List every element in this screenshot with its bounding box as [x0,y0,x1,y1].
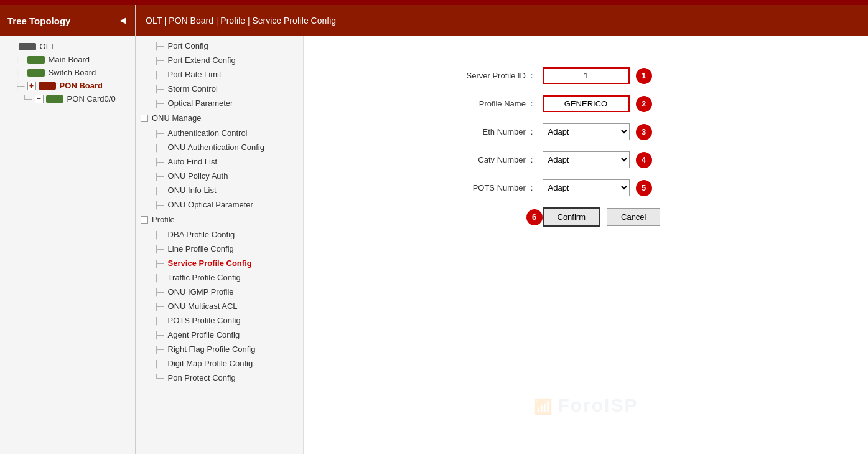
tree-item-switch-board[interactable]: ├─ Switch Board [0,66,135,79]
pots-number-select[interactable]: Adapt 0 1 2 4 [543,179,630,196]
nav-item-digit-map-profile-config[interactable]: Digit Map Profile Config [136,356,303,371]
nav-item-port-extend-config[interactable]: Port Extend Config [136,53,303,67]
olt-label: OLT [40,42,55,51]
step-badge-6: 6 [526,209,543,225]
nav-item-port-config[interactable]: Port Config [136,39,303,53]
sidebar-title: Tree Topology [7,16,70,26]
breadcrumb: OLT | PON Board | Profile | Service Prof… [146,16,336,26]
nav-label-port-config: Port Config [168,41,208,50]
onu-manage-checkbox[interactable] [141,115,148,122]
step-badge-3: 3 [636,124,652,140]
nav-label-onu-multicast-acl: ONU Multicast ACL [168,301,238,311]
sidebar-toggle-button[interactable]: ◄ [118,15,128,26]
nav-label-optical-parameter: Optical Parameter [168,98,233,108]
nav-item-right-flag-profile-config[interactable]: Right Flag Profile Config [136,342,303,356]
form-buttons-row: 6 Confirm Cancel [543,207,742,227]
nav-item-onu-info-list[interactable]: ONU Info List [136,183,303,197]
nav-item-onu-policy-auth[interactable]: ONU Policy Auth [136,169,303,183]
nav-item-authentication-control[interactable]: Authentication Control [136,126,303,140]
nav-item-storm-control[interactable]: Storm Control [136,82,303,96]
main-board-icon [27,56,45,64]
eth-number-select[interactable]: Adapt 0 1 2 3 4 [543,123,630,140]
catv-number-select[interactable]: Adapt 0 1 [543,151,630,168]
nav-label-pon-protect-config: Pon Protect Config [168,373,236,382]
profile-name-label: Profile Name ： [431,98,543,110]
nav-label-agent-profile-config: Agent Profile Config [168,330,240,339]
confirm-button[interactable]: Confirm [543,207,601,227]
nav-item-service-profile-config[interactable]: Service Profile Config [136,256,303,270]
nav-label-onu-authentication-config: ONU Authentication Config [168,143,264,152]
top-bar [0,0,868,5]
step-badge-1: 1 [636,68,652,84]
nav-label-onu-optical-parameter: ONU Optical Parameter [168,200,253,209]
nav-item-port-rate-limit[interactable]: Port Rate Limit [136,67,303,82]
tree-item-pon-board[interactable]: ├─ + PON Board [0,79,135,92]
nav-item-onu-igmp-profile[interactable]: ONU IGMP Profile [136,285,303,299]
nav-label-right-flag-profile-config: Right Flag Profile Config [168,344,256,354]
nav-label-onu-igmp-profile: ONU IGMP Profile [168,287,234,296]
nav-label-traffic-profile-config: Traffic Profile Config [168,273,241,282]
tree-item-main-board[interactable]: ├─ Main Board [0,53,135,66]
nav-item-optical-parameter[interactable]: Optical Parameter [136,96,303,110]
sidebar-header: Tree Topology ◄ [0,5,135,36]
pon-card-expand[interactable]: + [35,95,44,103]
step-badge-2: 2 [636,96,652,112]
nav-label-port-rate-limit: Port Rate Limit [168,70,222,79]
catv-number-label: Catv Number ： [431,154,543,166]
nav-label-digit-map-profile-config: Digit Map Profile Config [168,359,253,368]
switch-board-icon [27,69,45,77]
nav-label-onu-info-list: ONU Info List [168,186,217,195]
profile-checkbox[interactable] [141,216,148,224]
nav-item-agent-profile-config[interactable]: Agent Profile Config [136,328,303,342]
nav-section-onu-manage-label: ONU Manage [152,113,201,123]
eth-number-row: Eth Number ： Adapt 0 1 2 3 4 3 [431,123,742,140]
sidebar: Tree Topology ◄ ── OLT ├─ Main Board ├─ … [0,5,136,454]
olt-device-icon [19,43,36,50]
nav-label-dba-profile-config: DBA Profile Config [168,230,235,239]
nav-item-dba-profile-config[interactable]: DBA Profile Config [136,227,303,242]
catv-number-row: Catv Number ： Adapt 0 1 4 [431,151,742,168]
nav-label-service-profile-config: Service Profile Config [168,258,252,268]
pots-number-label: POTS Number ： [431,182,543,194]
cancel-button[interactable]: Cancel [607,208,660,226]
nav-item-onu-multicast-acl[interactable]: ONU Multicast ACL [136,299,303,313]
profile-name-input[interactable] [543,95,630,112]
nav-label-pots-profile-config: POTS Profile Config [168,316,241,325]
eth-number-label: Eth Number ： [431,126,543,138]
nav-section-onu-manage[interactable]: ONU Manage [136,110,303,126]
form-table: Server Profile ID ： 1 Profile Name ： 2 E… [431,67,742,227]
watermark-text: ForoISP [558,395,638,415]
nav-label-port-extend-config: Port Extend Config [168,55,236,65]
pon-card-icon [46,95,63,103]
breadcrumb-bar: OLT | PON Board | Profile | Service Prof… [136,5,868,36]
nav-label-onu-policy-auth: ONU Policy Auth [168,171,228,181]
form-area: 📶 ForoISP Server Profile ID ： 1 Profile … [304,36,868,454]
nav-section-profile-label: Profile [152,215,175,224]
nav-label-authentication-control: Authentication Control [168,128,248,138]
pon-board-label: PON Board [60,81,103,90]
sidebar-tree: ── OLT ├─ Main Board ├─ Switch Board ├─ … [0,36,135,454]
nav-label-storm-control: Storm Control [168,84,218,93]
nav-label-auto-find-list: Auto Find List [168,157,218,166]
pon-board-expand[interactable]: + [27,82,36,90]
server-profile-id-input[interactable] [543,67,630,84]
nav-item-pon-protect-config[interactable]: Pon Protect Config [136,371,303,385]
nav-item-traffic-profile-config[interactable]: Traffic Profile Config [136,270,303,285]
nav-label-line-profile-config: Line Profile Config [168,244,234,253]
tree-item-olt[interactable]: ── OLT [0,40,135,53]
pon-card-label: PON Card0/0 [67,94,116,103]
watermark: 📶 ForoISP [534,394,638,417]
nav-section-profile[interactable]: Profile [136,212,303,227]
server-profile-id-row: Server Profile ID ： 1 [431,67,742,84]
tree-item-pon-card[interactable]: └─ + PON Card0/0 [0,92,135,105]
step-badge-5: 5 [636,180,652,196]
step-badge-4: 4 [636,152,652,168]
nav-item-pots-profile-config[interactable]: POTS Profile Config [136,313,303,328]
nav-panel: Port Config Port Extend Config Port Rate… [136,36,304,454]
nav-item-line-profile-config[interactable]: Line Profile Config [136,242,303,256]
pots-number-row: POTS Number ： Adapt 0 1 2 4 5 [431,179,742,196]
nav-item-onu-authentication-config[interactable]: ONU Authentication Config [136,140,303,154]
nav-item-onu-optical-parameter[interactable]: ONU Optical Parameter [136,197,303,212]
nav-item-auto-find-list[interactable]: Auto Find List [136,154,303,169]
main-board-label: Main Board [49,55,90,64]
